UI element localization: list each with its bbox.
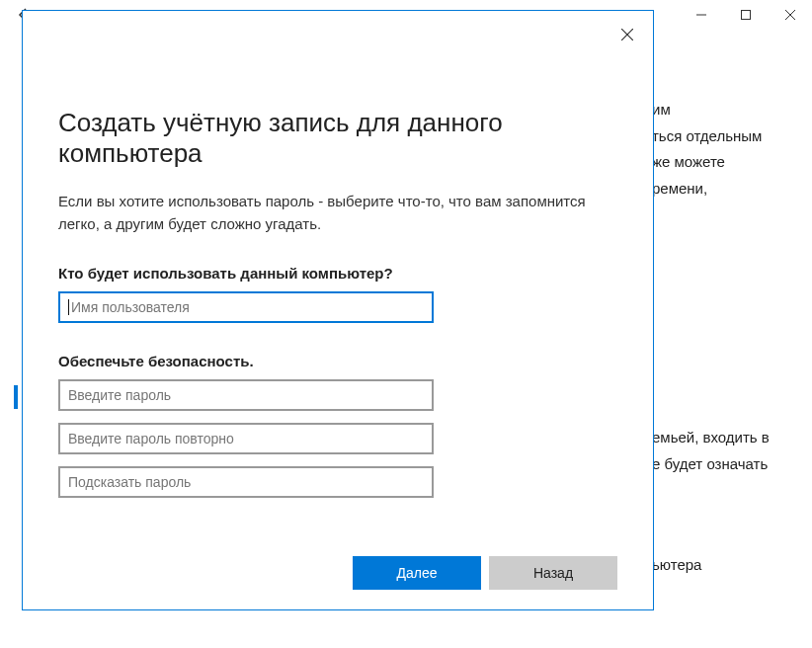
password-confirm-input[interactable]: Введите пароль повторно [58,423,434,454]
bg-sidebar-highlight [14,385,18,409]
maximize-icon[interactable] [723,1,768,29]
bg-text-frag: ремени, [652,178,812,201]
close-window-icon[interactable] [768,1,812,29]
bg-text-frag: ться отдельным [652,125,812,148]
password-placeholder: Введите пароль [68,387,171,403]
bg-window-controls [679,1,812,29]
dialog-heading: Создать учётную запись для данного компь… [58,108,617,169]
bg-text-frag: емьей, входить в [652,427,812,449]
bg-text-frag: ьютера [652,554,812,577]
password-hint-placeholder: Подсказать пароль [68,474,191,490]
create-account-dialog: Создать учётную запись для данного компь… [22,10,654,610]
section-security-label: Обеспечьте безопасность. [58,353,617,369]
username-input[interactable]: Имя пользователя [58,291,434,323]
password-confirm-placeholder: Введите пароль повторно [68,431,234,446]
bg-text-frag: им [652,99,812,122]
password-input[interactable]: Введите пароль [58,379,434,411]
close-icon[interactable] [613,21,641,48]
svg-rect-1 [741,11,750,20]
password-hint-input[interactable]: Подсказать пароль [58,466,434,498]
text-caret [68,299,69,315]
bg-text-frag: же можете [652,151,812,174]
bg-text-frag: е будет означать [652,453,812,476]
minimize-icon[interactable] [679,1,723,29]
dialog-intro-text: Если вы хотите использовать пароль - выб… [58,191,617,235]
username-placeholder: Имя пользователя [71,299,190,315]
back-button[interactable]: Назад [489,556,617,590]
section-who-label: Кто будет использовать данный компьютер? [58,265,617,282]
dialog-footer: Далее Назад [58,536,617,590]
bg-content-text: им ться отдельным же можете ремени, емье… [652,99,812,581]
next-button[interactable]: Далее [353,556,481,590]
